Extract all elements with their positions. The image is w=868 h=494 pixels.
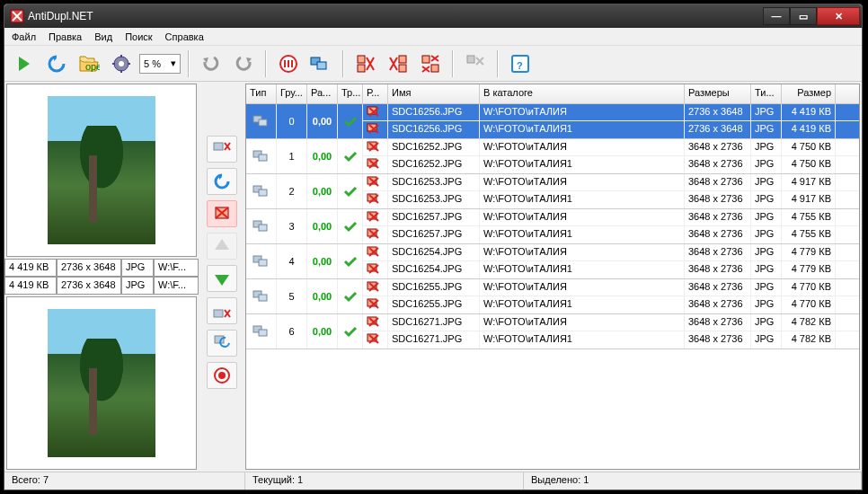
preview-top[interactable]	[6, 84, 197, 257]
table-group[interactable]: 60,00SDC16271.JPGW:\FOTO\иТАЛИЯ3648 x 27…	[246, 314, 859, 349]
table-row[interactable]: SDC16252.JPGW:\FOTO\иТАЛИЯ3648 x 2736JPG…	[363, 139, 859, 156]
cell-ext: JPG	[751, 191, 782, 208]
cell-ext: JPG	[751, 296, 782, 313]
table-row[interactable]: SDC16255.JPGW:\FOTO\иТАЛИЯ13648 x 2736JP…	[363, 296, 859, 313]
svg-rect-14	[399, 65, 406, 72]
table-row[interactable]: SDC16271.JPGW:\FOTO\иТАЛИЯ3648 x 2736JPG…	[363, 314, 859, 331]
cell-dim: 2736 x 3648	[685, 104, 751, 120]
stop-action-button[interactable]	[207, 362, 237, 389]
move-up-button[interactable]	[207, 233, 237, 260]
svg-rect-35	[259, 190, 267, 196]
menu-search[interactable]: Поиск	[125, 31, 152, 42]
cell-size: 4 419 КВ	[782, 121, 836, 138]
menu-edit[interactable]: Правка	[49, 31, 82, 42]
table-row[interactable]: SDC16256.JPGW:\FOTO\иТАЛИЯ12736 x 3648JP…	[363, 121, 859, 138]
col-r[interactable]: Р...	[363, 84, 388, 103]
delete-top-button[interactable]	[207, 136, 237, 163]
stop-button[interactable]	[274, 49, 303, 78]
table-group[interactable]: 00,00SDC16256.JPGW:\FOTO\иТАЛИЯ2736 x 36…	[246, 104, 859, 139]
help-button[interactable]: ?	[506, 49, 535, 78]
table-row[interactable]: SDC16255.JPGW:\FOTO\иТАЛИЯ3648 x 2736JPG…	[363, 279, 859, 296]
delete-left-button[interactable]	[351, 49, 380, 78]
table-group[interactable]: 30,00SDC16257.JPGW:\FOTO\иТАЛИЯ3648 x 27…	[246, 209, 859, 244]
toolbar: open 5 %▾ ?	[4, 46, 862, 82]
play-button[interactable]	[10, 49, 39, 78]
table-row[interactable]: SDC16254.JPGW:\FOTO\иТАЛИЯ3648 x 2736JPG…	[363, 244, 859, 261]
cell-ext: JPG	[751, 209, 782, 225]
table-header: Тип Гру... Ра... Тр... Р... Имя В катало…	[246, 84, 859, 104]
svg-rect-23	[215, 336, 224, 343]
open-folder-button[interactable]: open	[75, 49, 103, 78]
cell-dim: 2736 x 3648	[685, 121, 751, 138]
table-row[interactable]: SDC16252.JPGW:\FOTO\иТАЛИЯ13648 x 2736JP…	[363, 156, 859, 173]
menu-help[interactable]: Справка	[165, 31, 204, 42]
col-size[interactable]: Размер	[782, 84, 836, 103]
group-index: 3	[277, 209, 307, 243]
table-row[interactable]: SDC16257.JPGW:\FOTO\иТАЛИЯ3648 x 2736JPG…	[363, 209, 859, 226]
maximize-button[interactable]: ▭	[790, 7, 817, 25]
col-tr[interactable]: Тр...	[338, 84, 363, 103]
percent-value: 5 %	[144, 58, 161, 69]
col-ext[interactable]: Ти...	[751, 84, 782, 103]
group-diff: 0,00	[307, 279, 338, 313]
col-name[interactable]: Имя	[388, 84, 480, 103]
cell-dim: 3648 x 2736	[685, 331, 751, 348]
cell-size: 4 755 КВ	[782, 209, 836, 225]
settings-button[interactable]	[107, 49, 136, 78]
redo-button[interactable]	[229, 49, 258, 78]
cell-name: SDC16256.JPG	[388, 121, 480, 138]
menu-view[interactable]: Вид	[94, 31, 112, 42]
table-row[interactable]: SDC16253.JPGW:\FOTO\иТАЛИЯ3648 x 2736JPG…	[363, 174, 859, 191]
cell-name: SDC16252.JPG	[388, 139, 480, 155]
undo-button[interactable]	[197, 49, 226, 78]
delete-bottom-button[interactable]	[207, 297, 237, 324]
cell-path: W:\FOTO\иТАЛИЯ	[480, 314, 685, 331]
svg-rect-43	[259, 260, 267, 266]
cell-ext: JPG	[751, 314, 782, 331]
refresh-button[interactable]	[42, 49, 71, 78]
cell-ext: JPG	[751, 104, 782, 120]
col-dim[interactable]: Размеры	[685, 84, 751, 103]
table-row[interactable]: SDC16256.JPGW:\FOTO\иТАЛИЯ2736 x 3648JPG…	[363, 104, 859, 121]
col-diff[interactable]: Ра...	[307, 84, 338, 103]
rotate-button[interactable]	[207, 168, 237, 195]
table-row[interactable]: SDC16257.JPGW:\FOTO\иТАЛИЯ13648 x 2736JP…	[363, 226, 859, 243]
chevron-down-icon: ▾	[171, 57, 176, 69]
col-path[interactable]: В каталоге	[480, 84, 685, 103]
menu-file[interactable]: Файл	[12, 31, 36, 42]
cell-dim: 3648 x 2736	[685, 156, 751, 173]
images-button[interactable]	[306, 49, 335, 78]
cell-ext: JPG	[751, 139, 782, 155]
table-group[interactable]: 40,00SDC16254.JPGW:\FOTO\иТАЛИЯ3648 x 27…	[246, 244, 859, 279]
info-size: 4 419 КВ	[4, 259, 57, 277]
move-down-button[interactable]	[207, 265, 237, 292]
minimize-button[interactable]: —	[763, 7, 790, 25]
table-group[interactable]: 10,00SDC16252.JPGW:\FOTO\иТАЛИЯ3648 x 27…	[246, 139, 859, 174]
delete-right-button[interactable]	[384, 49, 412, 78]
titlebar[interactable]: AntiDupl.NET — ▭ ✕	[4, 4, 862, 28]
table-group[interactable]: 50,00SDC16255.JPGW:\FOTO\иТАЛИЯ3648 x 27…	[246, 279, 859, 314]
cell-dim: 3648 x 2736	[685, 174, 751, 190]
delete-selected-button[interactable]	[207, 200, 237, 227]
table-row[interactable]: SDC16254.JPGW:\FOTO\иТАЛИЯ13648 x 2736JP…	[363, 261, 859, 278]
close-button[interactable]: ✕	[817, 7, 860, 25]
svg-rect-10	[317, 62, 326, 69]
cell-name: SDC16255.JPG	[388, 296, 480, 313]
percent-selector[interactable]: 5 %▾	[139, 54, 181, 74]
col-group[interactable]: Гру...	[277, 84, 307, 103]
cell-path: W:\FOTO\иТАЛИЯ	[480, 139, 685, 155]
svg-rect-13	[399, 56, 406, 63]
type-icon	[246, 314, 277, 348]
table-body[interactable]: 00,00SDC16256.JPGW:\FOTO\иТАЛИЯ2736 x 36…	[246, 104, 859, 469]
table-group[interactable]: 20,00SDC16253.JPGW:\FOTO\иТАЛИЯ3648 x 27…	[246, 174, 859, 209]
rotate-alt-button[interactable]	[207, 330, 237, 357]
col-type[interactable]: Тип	[246, 84, 277, 103]
svg-rect-39	[259, 225, 267, 231]
svg-rect-47	[259, 295, 267, 301]
table-row[interactable]: SDC16253.JPGW:\FOTO\иТАЛИЯ13648 x 2736JP…	[363, 191, 859, 208]
table-row[interactable]: SDC16271.JPGW:\FOTO\иТАЛИЯ13648 x 2736JP…	[363, 331, 859, 348]
svg-text:open: open	[85, 61, 100, 72]
preview-bottom[interactable]	[6, 296, 197, 470]
cell-size: 4 779 КВ	[782, 244, 836, 260]
delete-both-button[interactable]	[416, 49, 445, 78]
